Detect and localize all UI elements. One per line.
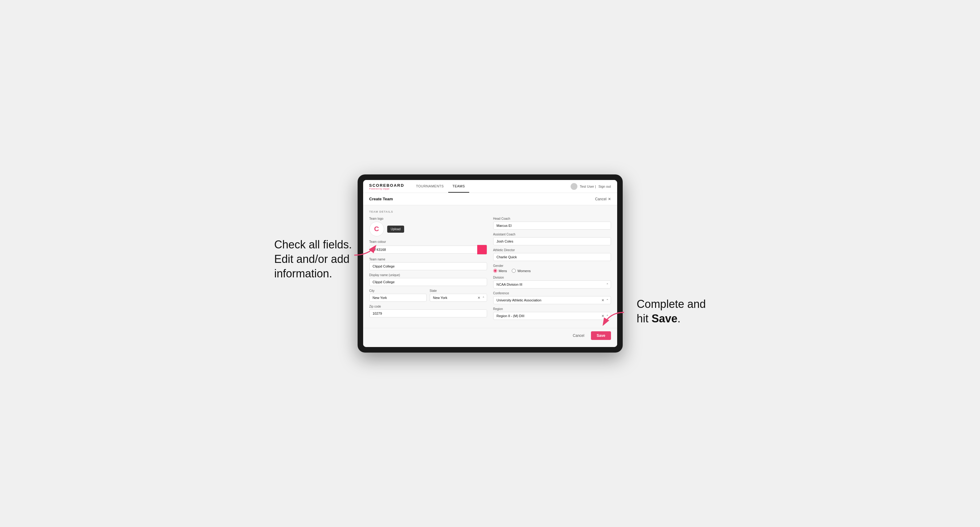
- gender-womens-label: Womens: [517, 269, 531, 273]
- gender-mens-option[interactable]: Mens: [493, 269, 507, 273]
- division-label: Division: [493, 276, 611, 279]
- tablet-device: SCOREBOARD Powered by clippd TOURNAMENTS…: [358, 175, 623, 352]
- zip-input[interactable]: [369, 310, 487, 317]
- display-name-input[interactable]: [369, 278, 487, 286]
- zip-field: Zip code: [369, 305, 487, 317]
- display-name-label: Display name (unique): [369, 273, 487, 277]
- team-name-field: Team name: [369, 258, 487, 270]
- save-button[interactable]: Save: [591, 331, 611, 340]
- city-input[interactable]: [369, 294, 426, 302]
- page-wrapper: Check all fields.Edit and/or addinformat…: [274, 175, 706, 352]
- conference-select[interactable]: University Athletic Association: [493, 296, 611, 304]
- nav-tabs: TOURNAMENTS TEAMS: [412, 180, 469, 193]
- athletic-director-label: Athletic Director: [493, 248, 611, 252]
- form-header: Create Team Cancel ✕: [363, 193, 617, 205]
- right-column: Head Coach Assistant Coach Athletic Dire…: [493, 217, 611, 323]
- athletic-director-input[interactable]: [493, 253, 611, 261]
- user-label: Test User |: [580, 185, 596, 188]
- form-body: TEAM DETAILS Team logo C Upload: [363, 205, 617, 328]
- gender-womens-radio[interactable]: [512, 269, 516, 273]
- cancel-button[interactable]: Cancel: [569, 332, 588, 340]
- logo-circle: C: [369, 222, 384, 237]
- head-coach-label: Head Coach: [493, 217, 611, 221]
- assistant-coach-label: Assistant Coach: [493, 233, 611, 236]
- region-select-wrapper: Region II - (M) DIII ✕ ⌃: [493, 312, 611, 320]
- logo-sub: Powered by clippd: [369, 188, 404, 190]
- athletic-director-field: Athletic Director: [493, 248, 611, 261]
- form-two-col: Team logo C Upload Team colour: [369, 217, 611, 323]
- nav-tab-tournaments[interactable]: TOURNAMENTS: [412, 180, 448, 193]
- section-label: TEAM DETAILS: [369, 210, 611, 213]
- nav-logo: SCOREBOARD Powered by clippd: [369, 183, 404, 190]
- upload-button[interactable]: Upload: [387, 225, 404, 233]
- gender-field: Gender Mens Womens: [493, 264, 611, 273]
- division-field: Division NCAA Division III ⌃: [493, 276, 611, 289]
- team-colour-label: Team colour: [369, 240, 487, 243]
- annotation-right: Complete andhit Save.: [636, 297, 706, 326]
- sign-out-link[interactable]: Sign out: [598, 185, 611, 188]
- gender-mens-radio[interactable]: [493, 269, 497, 273]
- team-colour-field: Team colour: [369, 240, 487, 254]
- content-area: Create Team Cancel ✕ TEAM DETAILS Team: [363, 193, 617, 347]
- region-select[interactable]: Region II - (M) DIII: [493, 312, 611, 320]
- state-select-wrapper: New York ✕ ⌃: [430, 294, 487, 302]
- logo-upload-area: C Upload: [369, 222, 487, 237]
- form-footer: Cancel Save: [363, 328, 617, 343]
- nav-tab-teams[interactable]: TEAMS: [448, 180, 469, 193]
- division-select[interactable]: NCAA Division III: [493, 281, 611, 289]
- team-colour-input[interactable]: [369, 246, 477, 254]
- team-name-label: Team name: [369, 258, 487, 261]
- city-label: City: [369, 289, 426, 292]
- annotation-left: Check all fields.Edit and/or addinformat…: [274, 238, 352, 281]
- state-field: State New York ✕ ⌃: [430, 289, 487, 302]
- zip-label: Zip code: [369, 305, 487, 308]
- arrow-right-icon: [600, 311, 628, 328]
- city-state-row: City State New York ✕: [369, 289, 487, 305]
- assistant-coach-field: Assistant Coach: [493, 233, 611, 245]
- team-logo-label: Team logo: [369, 217, 487, 221]
- region-field: Region Region II - (M) DIII ✕ ⌃: [493, 307, 611, 320]
- nav-right: Test User | Sign out: [571, 183, 611, 190]
- color-input-wrapper: [369, 245, 487, 254]
- gender-mens-label: Mens: [499, 269, 507, 273]
- conference-field: Conference University Athletic Associati…: [493, 292, 611, 304]
- left-column: Team logo C Upload Team colour: [369, 217, 487, 323]
- city-field: City: [369, 289, 426, 302]
- logo-main: SCOREBOARD: [369, 183, 404, 188]
- tablet-screen: SCOREBOARD Powered by clippd TOURNAMENTS…: [363, 180, 617, 347]
- team-name-input[interactable]: [369, 262, 487, 270]
- display-name-field: Display name (unique): [369, 273, 487, 286]
- conference-clear-icon[interactable]: ✕: [601, 298, 604, 302]
- head-coach-field: Head Coach: [493, 217, 611, 230]
- annotation-left-text: Check all fields.Edit and/or addinformat…: [274, 238, 352, 280]
- nav-bar: SCOREBOARD Powered by clippd TOURNAMENTS…: [363, 180, 617, 193]
- gender-womens-option[interactable]: Womens: [512, 269, 531, 273]
- division-select-wrapper: NCAA Division III ⌃: [493, 281, 611, 289]
- cancel-x-button[interactable]: Cancel ✕: [595, 197, 611, 201]
- gender-label: Gender: [493, 264, 611, 268]
- assistant-coach-input[interactable]: [493, 237, 611, 245]
- head-coach-input[interactable]: [493, 222, 611, 230]
- state-clear-icon[interactable]: ✕: [477, 296, 480, 300]
- conference-select-wrapper: University Athletic Association ✕ ⌃: [493, 296, 611, 304]
- team-logo-field: Team logo C Upload: [369, 217, 487, 237]
- gender-radio-group: Mens Womens: [493, 269, 611, 273]
- state-label: State: [430, 289, 487, 292]
- region-label: Region: [493, 307, 611, 311]
- form-title: Create Team: [369, 197, 393, 201]
- save-bold: Save: [651, 312, 677, 325]
- conference-label: Conference: [493, 292, 611, 295]
- avatar: [571, 183, 578, 190]
- color-swatch[interactable]: [477, 245, 487, 254]
